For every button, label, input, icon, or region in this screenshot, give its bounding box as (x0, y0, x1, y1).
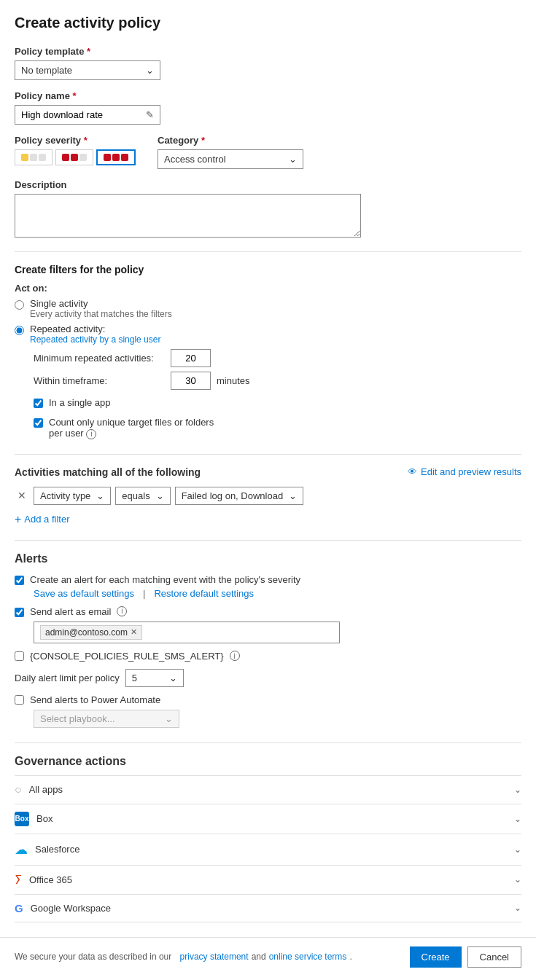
filter-header: Activities matching all of the following… (15, 466, 521, 478)
single-activity-option: Single activity Every activity that matc… (15, 298, 521, 319)
single-activity-sub: Every activity that matches the filters (30, 309, 172, 319)
filter-remove-btn[interactable]: ✕ (15, 488, 29, 503)
chevron-down-icon: ⌄ (165, 713, 173, 724)
policy-template-label: Policy template (15, 46, 521, 57)
gov-salesforce[interactable]: ☁ Salesforce ⌄ (15, 834, 521, 865)
policy-template-select[interactable]: No template ⌄ (15, 60, 160, 80)
severity-high-btn[interactable] (96, 149, 136, 165)
cancel-button[interactable]: Cancel (467, 946, 521, 968)
sms-alert-row: {CONSOLE_POLICIES_RULE_SMS_ALERT} i (15, 651, 521, 662)
severity-options (15, 149, 136, 165)
create-button[interactable]: Create (410, 946, 462, 968)
salesforce-icon: ☁ (15, 842, 28, 858)
alerts-title: Alerts (15, 552, 521, 565)
chevron-down-icon: ⌄ (514, 874, 521, 885)
description-textarea[interactable] (15, 194, 361, 238)
edit-preview-link[interactable]: 👁 Edit and preview results (408, 466, 521, 477)
footer-period: . (349, 952, 351, 962)
google-workspace-icon: G (15, 902, 23, 914)
policy-name-label: Policy name (15, 90, 521, 101)
in-single-app-checkbox[interactable] (34, 399, 43, 408)
eye-icon: 👁 (408, 466, 417, 477)
chevron-down-icon: ⌄ (289, 490, 297, 501)
chevron-down-icon: ⌄ (514, 844, 521, 855)
send-email-info-icon: i (117, 606, 127, 616)
count-unique-sub: per user i (49, 428, 96, 439)
policy-name-input[interactable] (21, 109, 146, 120)
filter-row: ✕ Activity type ⌄ equals ⌄ Failed log on… (15, 487, 521, 505)
box-icon: Box (15, 812, 29, 826)
single-activity-label: Single activity (30, 298, 172, 309)
gov-google-workspace[interactable]: G Google Workspace ⌄ (15, 894, 521, 922)
filters-section: Create filters for the policy Act on: Si… (15, 264, 521, 439)
footer-text: We secure your data as described in our (15, 952, 171, 962)
playbook-placeholder: Select playbook... (40, 713, 115, 724)
email-tags-input[interactable]: admin@contoso.com ✕ (34, 622, 340, 643)
policy-name-section: Policy name ✎ (15, 90, 521, 125)
sms-alert-label: {CONSOLE_POLICIES_RULE_SMS_ALERT} (30, 651, 224, 662)
repeated-activity-radio[interactable] (15, 326, 24, 335)
severity-medium-btn[interactable] (55, 149, 93, 165)
timeframe-unit: minutes (217, 375, 250, 386)
gov-all-apps[interactable]: ○ All apps ⌄ (15, 775, 521, 804)
email-tag: admin@contoso.com ✕ (40, 625, 142, 640)
operator-dropdown[interactable]: equals ⌄ (115, 487, 170, 505)
count-unique-checkbox[interactable] (34, 418, 43, 428)
category-select[interactable]: Access control ⌄ (158, 149, 303, 169)
filter-value-dropdown[interactable]: Failed log on, Download ⌄ (175, 487, 303, 505)
count-unique-label: Count only unique target files or folder… (49, 417, 214, 428)
alerts-section: Alerts Create an alert for each matching… (15, 552, 521, 728)
gov-office365[interactable]: ⵢ Office 365 ⌄ (15, 865, 521, 894)
severity-label: Policy severity (15, 135, 136, 146)
footer-and: and (252, 952, 266, 962)
activity-type-dropdown[interactable]: Activity type ⌄ (34, 487, 111, 505)
page-title: Create activity policy (15, 15, 521, 31)
repeated-activity-option: Repeated activity: Repeated activity by … (15, 324, 521, 345)
activities-filter-section: Activities matching all of the following… (15, 466, 521, 528)
create-alert-label: Create an alert for each matching event … (30, 574, 300, 585)
min-repeated-input[interactable] (171, 349, 211, 367)
policy-name-input-wrapper: ✎ (15, 105, 160, 125)
single-activity-radio[interactable] (15, 300, 24, 310)
terms-link[interactable]: online service terms (269, 952, 347, 962)
repeated-activity-label: Repeated activity: (30, 324, 160, 334)
min-repeated-label: Minimum repeated activities: (34, 353, 165, 364)
add-filter-btn[interactable]: + Add a filter (15, 511, 70, 528)
privacy-link[interactable]: privacy statement (180, 952, 249, 962)
send-email-checkbox[interactable] (15, 608, 24, 617)
footer-buttons: Create Cancel (410, 946, 522, 968)
playbook-select[interactable]: Select playbook... ⌄ (34, 710, 179, 728)
governance-title: Governance actions (15, 755, 521, 768)
chevron-down-icon: ⌄ (514, 903, 521, 913)
chevron-down-icon: ⌄ (514, 785, 521, 795)
severity-low-btn[interactable] (15, 149, 53, 165)
email-tag-remove[interactable]: ✕ (131, 627, 137, 637)
sms-info-icon: i (230, 651, 240, 661)
repeated-details: Minimum repeated activities: Within time… (34, 349, 521, 439)
chevron-down-icon: ⌄ (156, 490, 164, 501)
footer-links: We secure your data as described in our … (15, 952, 352, 962)
gov-box[interactable]: Box Box ⌄ (15, 804, 521, 834)
power-automate-checkbox[interactable] (15, 695, 24, 705)
sms-alert-checkbox[interactable] (15, 651, 24, 661)
description-label: Description (15, 179, 521, 190)
daily-limit-label: Daily alert limit per policy (15, 673, 120, 683)
email-tag-value: admin@contoso.com (45, 627, 128, 638)
daily-limit-select[interactable]: 5 ⌄ (125, 669, 184, 687)
create-alert-checkbox[interactable] (15, 576, 24, 585)
daily-limit-row: Daily alert limit per policy 5 ⌄ (15, 669, 521, 687)
send-email-label: Send alert as email (30, 606, 111, 617)
within-timeframe-label: Within timeframe: (34, 375, 165, 386)
chevron-down-icon: ⌄ (146, 65, 154, 76)
plus-icon: + (15, 514, 21, 525)
description-section: Description (15, 179, 521, 240)
within-timeframe-input[interactable] (171, 372, 211, 390)
footer: We secure your data as described in our … (0, 937, 536, 976)
filter-section-title: Activities matching all of the following (15, 466, 201, 478)
send-email-row: Send alert as email i (15, 606, 521, 617)
save-default-link[interactable]: Save as default settings (34, 588, 134, 599)
power-automate-label: Send alerts to Power Automate (30, 694, 160, 705)
chevron-down-icon: ⌄ (169, 673, 177, 683)
in-single-app-row: In a single app (34, 397, 521, 408)
restore-default-link[interactable]: Restore default settings (154, 588, 254, 599)
